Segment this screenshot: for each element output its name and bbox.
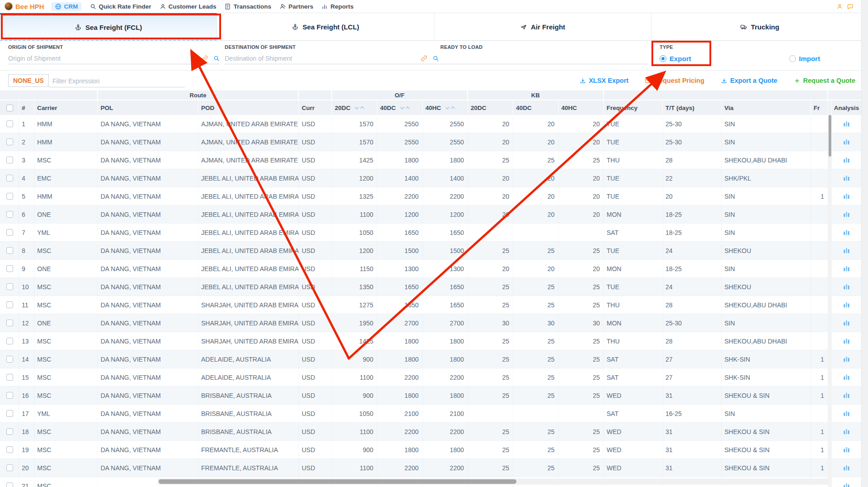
sort-icons[interactable]	[356, 106, 364, 110]
row-checkbox[interactable]	[6, 464, 13, 471]
analysis-chart-icon[interactable]	[843, 428, 850, 435]
analysis-chart-icon[interactable]	[843, 283, 850, 290]
export-a-quote-button[interactable]: Export a Quote	[721, 77, 777, 84]
sort-up-icon[interactable]	[406, 107, 410, 110]
header-scroll-gap	[828, 100, 832, 115]
analysis-chart-icon[interactable]	[843, 482, 850, 487]
analysis-chart-icon[interactable]	[843, 120, 850, 127]
analysis-chart-icon[interactable]	[843, 374, 850, 381]
row-checkbox[interactable]	[6, 247, 13, 254]
nav-item-customer-leads[interactable]: Customer Leads	[159, 3, 217, 10]
row-checkbox[interactable]	[6, 482, 13, 487]
nav-item-partners[interactable]: Partners	[280, 3, 313, 10]
cell-freq: WED	[604, 459, 663, 477]
origin-input[interactable]	[8, 55, 197, 62]
cell-kb40hc: 25	[559, 242, 604, 259]
sort-down-icon[interactable]	[355, 105, 358, 109]
cell-analysis	[832, 368, 861, 386]
analysis-chart-icon[interactable]	[843, 320, 850, 326]
row-checkbox[interactable]	[6, 320, 13, 326]
nav-item-transactions[interactable]: Transactions	[224, 3, 271, 10]
nav-item-crm[interactable]: CRM	[51, 2, 82, 11]
cell-checkbox	[0, 332, 19, 350]
row-checkbox[interactable]	[6, 138, 13, 145]
horizontal-scrollbar-thumb[interactable]	[159, 479, 516, 484]
search-icon[interactable]	[213, 55, 220, 62]
sort-icons[interactable]	[401, 106, 409, 110]
analysis-chart-icon[interactable]	[843, 138, 850, 145]
search-icon[interactable]	[432, 55, 439, 62]
col-header-of20[interactable]: 20DC	[332, 100, 377, 115]
brand-logo[interactable]: Bee HPH	[5, 2, 44, 10]
radio-import[interactable]: Import	[789, 55, 820, 62]
col-header-of40[interactable]: 40DC	[377, 100, 423, 115]
row-checkbox[interactable]	[6, 301, 13, 308]
analysis-chart-icon[interactable]	[843, 157, 850, 163]
request-pricing-button[interactable]: Request Pricing	[645, 77, 704, 84]
cell-kb20: 20	[468, 187, 513, 205]
row-checkbox[interactable]	[6, 157, 13, 163]
sort-up-icon[interactable]	[361, 107, 364, 110]
preset-chip[interactable]: NONE_US	[8, 74, 49, 87]
cell-checkbox	[0, 477, 19, 487]
analysis-chart-icon[interactable]	[843, 446, 850, 453]
sort-down-icon[interactable]	[445, 105, 449, 109]
analysis-chart-icon[interactable]	[843, 392, 850, 399]
analysis-chart-icon[interactable]	[843, 229, 850, 236]
row-checkbox[interactable]	[6, 356, 13, 363]
link-icon[interactable]	[201, 55, 208, 62]
row-checkbox[interactable]	[6, 374, 13, 381]
row-checkbox[interactable]	[6, 120, 13, 127]
col-header-of40hc[interactable]: 40HC	[423, 100, 468, 115]
request-a-quote-button[interactable]: Request a Quote	[794, 77, 855, 84]
row-checkbox[interactable]	[6, 446, 13, 453]
row-checkbox[interactable]	[6, 283, 13, 290]
sort-icons[interactable]	[446, 106, 454, 110]
cell-n: 4	[19, 169, 34, 187]
tab-trucking[interactable]: Trucking	[651, 13, 868, 41]
vertical-scrollbar-thumb[interactable]	[829, 115, 831, 157]
nav-item-label: Partners	[289, 3, 313, 10]
select-all-checkbox[interactable]	[6, 105, 13, 111]
analysis-chart-icon[interactable]	[843, 175, 850, 181]
analysis-chart-icon[interactable]	[843, 338, 850, 344]
radio-export[interactable]: Export	[660, 55, 691, 62]
row-checkbox[interactable]	[6, 193, 13, 200]
group-tail	[604, 91, 828, 100]
analysis-chart-icon[interactable]	[843, 464, 850, 471]
analysis-chart-icon[interactable]	[843, 301, 850, 308]
analysis-chart-icon[interactable]	[843, 193, 850, 200]
cell-freq: THU	[604, 332, 663, 350]
chat-icon[interactable]	[847, 3, 854, 10]
destination-input[interactable]	[225, 55, 416, 62]
sort-down-icon[interactable]	[400, 105, 404, 109]
radio-export-dot[interactable]	[660, 55, 666, 62]
row-checkbox[interactable]	[6, 229, 13, 236]
link-icon[interactable]	[420, 55, 428, 62]
row-checkbox[interactable]	[6, 392, 13, 399]
tab-sea-freight-fcl[interactable]: Sea Freight (FCL)	[0, 13, 217, 41]
row-checkbox[interactable]	[6, 338, 13, 344]
row-checkbox[interactable]	[6, 410, 13, 417]
nav-item-quick-rate-finder[interactable]: Quick Rate Finder	[90, 3, 151, 10]
tab-air-freight[interactable]: Air Freight	[434, 13, 651, 41]
analysis-chart-icon[interactable]	[843, 211, 850, 218]
analysis-chart-icon[interactable]	[843, 247, 850, 254]
user-icon[interactable]	[836, 3, 843, 10]
ready-to-load-input[interactable]	[440, 55, 648, 62]
analysis-chart-icon[interactable]	[843, 356, 850, 363]
filter-expression-input[interactable]	[49, 76, 185, 87]
row-checkbox[interactable]	[6, 428, 13, 435]
col-header-freq: Frequency	[604, 100, 663, 115]
nav-item-reports[interactable]: Reports	[321, 3, 353, 10]
row-checkbox[interactable]	[6, 211, 13, 218]
radio-import-dot[interactable]	[789, 55, 796, 62]
window-scrollbar[interactable]	[861, 0, 868, 487]
sort-up-icon[interactable]	[451, 107, 455, 110]
analysis-chart-icon[interactable]	[843, 410, 850, 417]
row-checkbox[interactable]	[6, 265, 13, 272]
xlsx-export-button[interactable]: XLSX Export	[579, 77, 629, 84]
tab-sea-freight-lcl[interactable]: Sea Freight (LCL)	[217, 13, 434, 41]
row-checkbox[interactable]	[6, 175, 13, 181]
analysis-chart-icon[interactable]	[843, 265, 850, 272]
